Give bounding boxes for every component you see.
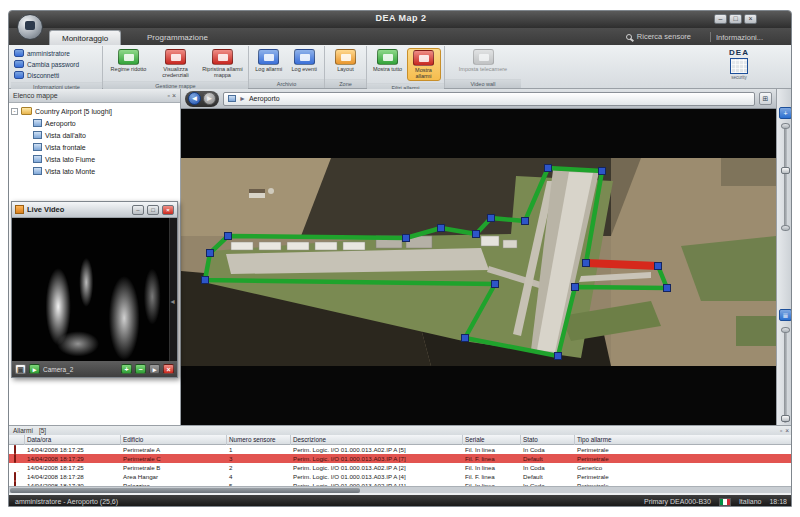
dea-logo: DEA security — [711, 48, 767, 80]
reset-map-alarms-button[interactable]: Ripristina allarmi mappa — [200, 48, 245, 79]
zoom-tool-button[interactable]: + — [779, 107, 792, 119]
zoom-slider-top-cap[interactable] — [781, 123, 790, 129]
status-clock: 18:18 — [769, 498, 787, 505]
maximize-button[interactable]: □ — [729, 14, 742, 24]
close-button[interactable]: × — [162, 205, 174, 215]
setup-cameras-button[interactable]: Imposta telecamere — [455, 48, 511, 73]
live-video-panel: Live Video – □ × ◄ ▣ ▸ Camera_2 + − ▸ × — [11, 201, 178, 378]
zoom-slider-track[interactable] — [784, 127, 787, 227]
tree-item-vista-alto[interactable]: Vista dall'alto — [33, 129, 177, 141]
alarms-title: Allarmi — [13, 427, 33, 434]
layer-slider-handle[interactable] — [781, 415, 790, 422]
minimize-button[interactable]: – — [132, 205, 144, 215]
layout-icon — [335, 49, 356, 65]
tree-item-vista-monte[interactable]: Vista lato Monte — [33, 165, 177, 177]
reduced-mode-button[interactable]: Regime ridotto — [106, 48, 151, 73]
view-credentials-button[interactable]: Visualizza credenziali — [153, 48, 198, 79]
play-button[interactable]: ▸ — [29, 364, 40, 374]
ribbon-group-log: Log allarmi Log eventi Archivio — [249, 46, 325, 88]
horizontal-scrollbar[interactable] — [9, 486, 792, 493]
map-icon — [33, 131, 42, 139]
live-video-titlebar[interactable]: Live Video – □ × — [12, 202, 177, 218]
alarms-panel: Allarmi [5] ▫× Data/ora Edificio Numero … — [9, 425, 792, 495]
tree-panel-header: Elenco mappe ▫× — [9, 89, 180, 103]
pin-icon[interactable]: ▫ — [780, 427, 782, 434]
pin-icon[interactable]: ▫ — [167, 89, 169, 103]
zoom-slider-bottom-cap[interactable] — [781, 225, 790, 231]
log-events-button[interactable]: Log eventi — [288, 48, 322, 73]
map-breadcrumb-bar[interactable]: ► Aeroporto — [223, 92, 755, 106]
monitor-icon — [258, 49, 279, 65]
tab-monitoraggio[interactable]: Monitoraggio — [49, 30, 121, 45]
ribbon-group-filters: Mostra tutto Mostra allarmi Filtri allar… — [367, 46, 445, 88]
close-icon[interactable]: × — [172, 89, 176, 103]
alarm-row[interactable]: 14/04/2008 18:17:28Area Hangar4 Perim. L… — [9, 472, 792, 481]
zoom-out-button[interactable]: − — [135, 364, 146, 374]
search-sensor-link[interactable]: Ricerca sensore — [626, 32, 691, 41]
screenshot-root: DEA Map 2 – □ × Monitoraggio Programmazi… — [0, 0, 800, 517]
disconnect-item[interactable]: Disconnetti — [14, 70, 59, 80]
group-label-videowall: Video wall — [445, 79, 521, 88]
alarm-row-selected[interactable]: 14/04/2008 18:17:29Perimetrale C3 Perim.… — [9, 454, 792, 463]
group-label-log: Archivio — [249, 79, 324, 88]
nav-button-pill: ◄ ► — [185, 91, 219, 107]
tree-item-vista-fiume[interactable]: Vista lato Fiume — [33, 153, 177, 165]
close-button[interactable]: × — [744, 14, 757, 24]
layout-button[interactable]: Layout — [329, 48, 363, 73]
scrollbar-thumb[interactable] — [10, 488, 360, 493]
zoom-in-button[interactable]: + — [121, 364, 132, 374]
tree-root[interactable]: - Country Airport [5 luoghi] — [11, 105, 177, 117]
map-icon — [33, 167, 42, 175]
step-button[interactable]: ▸ — [149, 364, 160, 374]
map-icon — [33, 155, 42, 163]
key-icon — [14, 60, 24, 68]
alarm-row[interactable]: 14/04/2008 18:17:25Perimetrale B2 Perim.… — [9, 463, 792, 472]
change-password-item[interactable]: Cambia password — [14, 59, 79, 69]
layer-slider-top-cap[interactable] — [781, 327, 790, 333]
show-alarms-button[interactable]: Mostra allarmi — [407, 48, 441, 81]
map-expand-button[interactable]: ⊞ — [759, 92, 772, 105]
ribbon: amministratore Cambia password Disconnet… — [9, 45, 792, 89]
alarms-column-headers[interactable]: Data/ora Edificio Numero sensore Descriz… — [9, 435, 792, 445]
folder-icon — [21, 107, 32, 115]
alarm-icon — [14, 454, 16, 463]
status-language[interactable]: Italiano — [739, 498, 762, 505]
live-video-feed[interactable] — [12, 218, 177, 361]
minimize-button[interactable]: – — [714, 14, 727, 24]
tab-programmazione[interactable]: Programmazione — [135, 30, 220, 45]
restore-button[interactable]: □ — [147, 205, 159, 215]
map-icon — [33, 119, 42, 127]
show-all-button[interactable]: Mostra tutto — [371, 48, 405, 73]
tree-item-aeroporto[interactable]: Aeroporto — [33, 117, 177, 129]
log-alarms-button[interactable]: Log allarmi — [252, 48, 286, 73]
aerial-map-view[interactable] — [181, 109, 776, 425]
info-link[interactable]: Informazioni... — [710, 32, 763, 42]
app-menu-orb[interactable] — [17, 14, 43, 40]
layer-tool-button[interactable]: ≣ — [779, 309, 792, 321]
maps-tree: - Country Airport [5 luoghi] Aeroporto V… — [11, 105, 177, 177]
video-icon — [15, 205, 24, 214]
breadcrumb: Aeroporto — [249, 95, 280, 102]
video-scrollbar[interactable]: ◄ — [169, 218, 177, 361]
divider — [710, 32, 711, 42]
forward-button[interactable]: ► — [203, 92, 216, 105]
snapshot-button[interactable]: ▣ — [15, 364, 26, 374]
zoom-slider-handle[interactable] — [781, 167, 790, 174]
monitor-icon — [294, 49, 315, 65]
collapse-arrow-icon: ◄ — [169, 298, 176, 305]
tree-item-vista-frontale[interactable]: Vista frontale — [33, 141, 177, 153]
back-button[interactable]: ◄ — [188, 92, 201, 105]
layer-slider-track[interactable] — [784, 331, 787, 423]
show-all-icon — [377, 49, 398, 65]
tree-panel-title: Elenco mappe — [13, 89, 58, 103]
user-administrator-item[interactable]: amministratore — [14, 48, 70, 58]
app-logo-icon — [25, 21, 35, 30]
map-area: ◄ ► ► Aeroporto ⊞ — [181, 89, 776, 425]
expander-icon[interactable]: - — [11, 108, 18, 115]
alarm-segment[interactable] — [586, 263, 658, 266]
stop-button[interactable]: × — [163, 364, 174, 374]
close-icon[interactable]: × — [785, 427, 789, 434]
home-icon — [118, 49, 139, 65]
live-video-controls: ▣ ▸ Camera_2 + − ▸ × — [12, 361, 177, 377]
alarm-row[interactable]: 14/04/2008 18:17:25Perimetrale A1 Perim.… — [9, 445, 792, 454]
